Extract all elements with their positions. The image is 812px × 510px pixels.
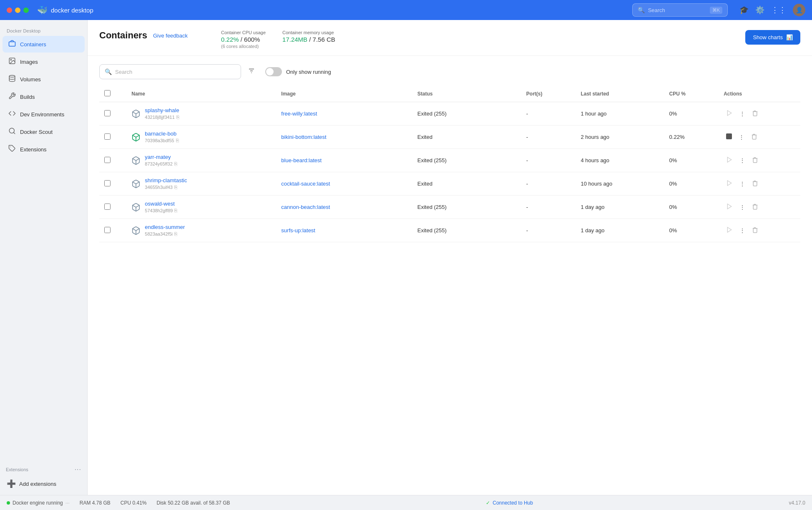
filter-button[interactable]	[246, 65, 257, 78]
titlebar-actions: 🎓 ⚙️ ⋮⋮ 👤	[739, 4, 805, 16]
row-checkbox-5[interactable]	[104, 227, 111, 233]
svg-point-3	[9, 75, 15, 78]
more-button-4[interactable]: ⋮	[737, 202, 748, 212]
extensions-label: Extensions	[20, 146, 47, 153]
add-extensions-label: Add extensions	[19, 481, 56, 487]
row-checkbox-1[interactable]	[104, 133, 111, 140]
engine-more-button[interactable]: ···	[65, 500, 70, 506]
start-button-3[interactable]	[724, 178, 735, 189]
sidebar-item-containers[interactable]: Containers	[3, 36, 85, 53]
row-checkbox-3[interactable]	[104, 180, 111, 186]
feedback-link[interactable]: Give feedback	[153, 33, 188, 39]
cpu-label: CPU 0.41%	[121, 500, 147, 506]
engine-status-dot	[7, 501, 10, 505]
maximize-button[interactable]	[23, 8, 29, 13]
extensions-section: Extensions ··· ➕ Add extensions	[0, 461, 87, 495]
select-all-checkbox[interactable]	[104, 90, 111, 96]
image-link-0[interactable]: free-willy:latest	[281, 111, 317, 117]
close-button[interactable]	[7, 8, 12, 13]
container-icon-5	[131, 226, 141, 235]
image-link-1[interactable]: bikini-bottom:latest	[281, 134, 326, 140]
start-button-0[interactable]	[724, 108, 735, 119]
delete-button-5[interactable]	[749, 225, 761, 236]
copy-id-button-3[interactable]: ⎘	[174, 184, 177, 190]
start-button-4[interactable]	[724, 201, 735, 213]
sidebar-item-docker-scout[interactable]: Docker Scout	[3, 123, 85, 140]
running-toggle[interactable]	[265, 67, 282, 76]
container-icon-4	[131, 203, 141, 212]
image-link-5[interactable]: surfs-up:latest	[281, 227, 315, 234]
more-button-0[interactable]: ⋮	[737, 109, 748, 119]
svg-point-2	[10, 59, 11, 60]
image-link-4[interactable]: cannon-beach:latest	[281, 204, 330, 210]
row-checkbox-0[interactable]	[104, 110, 111, 116]
sidebar-item-builds[interactable]: Builds	[3, 88, 85, 105]
container-id-1: 70398a3bdf55	[145, 138, 174, 143]
start-button-5[interactable]	[724, 225, 735, 236]
row-checkbox-4[interactable]	[104, 203, 111, 210]
delete-button-3[interactable]	[749, 178, 761, 189]
row-name-cell: endless-summer 5823aa342f5i ⎘	[126, 219, 276, 242]
copy-id-button-1[interactable]: ⎘	[176, 138, 179, 143]
row-image-cell: bikini-bottom:latest	[276, 126, 412, 149]
row-last-started-cell: 1 day ago	[576, 196, 664, 219]
titlebar-search[interactable]: 🔍 ⌘K	[632, 3, 728, 17]
svg-line-5	[13, 132, 15, 133]
cpu-metric-label: Container CPU usage	[221, 30, 266, 35]
more-button-5[interactable]: ⋮	[737, 226, 748, 236]
delete-button-2[interactable]	[749, 155, 761, 166]
settings-icon[interactable]: ⚙️	[755, 5, 764, 15]
search-box[interactable]: 🔍	[99, 64, 241, 79]
connected-label[interactable]: Connected to Hub	[493, 500, 533, 506]
trash-icon-3	[752, 180, 758, 186]
image-link-3[interactable]: cocktail-sauce:latest	[281, 181, 330, 187]
svg-marker-18	[727, 204, 731, 209]
container-name-link-1[interactable]: barnacle-bob	[145, 131, 178, 137]
row-ports-cell: -	[521, 196, 576, 219]
grid-icon[interactable]: ⋮⋮	[771, 5, 786, 15]
image-link-2[interactable]: blue-beard:latest	[281, 157, 322, 163]
copy-id-button-0[interactable]: ⎘	[176, 114, 179, 120]
avatar[interactable]: 👤	[793, 4, 805, 16]
delete-button-1[interactable]	[749, 132, 760, 143]
show-charts-button[interactable]: Show charts 📊	[745, 30, 800, 45]
sidebar-item-extensions[interactable]: Extensions	[3, 141, 85, 158]
sidebar-item-volumes[interactable]: Volumes	[3, 71, 85, 88]
more-button-1[interactable]: ⋮	[736, 132, 747, 142]
statusbar: Docker engine running ··· RAM 4.78 GB CP…	[0, 495, 812, 510]
content-header: Containers Give feedback Container CPU u…	[88, 20, 812, 56]
add-extensions-button[interactable]: ➕ Add extensions	[3, 476, 85, 492]
copy-id-button-5[interactable]: ⎘	[174, 231, 177, 237]
start-button-2[interactable]	[724, 155, 735, 166]
toggle-label: Only show running	[286, 69, 331, 75]
container-name-link-2[interactable]: yarr-matey	[145, 154, 177, 160]
delete-button-4[interactable]	[749, 202, 761, 213]
connected-check-icon: ✓	[486, 500, 490, 506]
more-button-2[interactable]: ⋮	[737, 156, 748, 166]
learn-icon[interactable]: 🎓	[739, 5, 749, 15]
sidebar-item-images[interactable]: Images	[3, 53, 85, 70]
stop-button-1[interactable]	[724, 132, 734, 142]
container-name-link-5[interactable]: endless-summer	[145, 224, 185, 230]
row-last-started-cell: 4 hours ago	[576, 149, 664, 172]
minimize-button[interactable]	[15, 8, 20, 13]
docker-scout-label: Docker Scout	[20, 129, 53, 135]
row-ports-cell: -	[521, 126, 576, 149]
container-name-link-4[interactable]: oswald-west	[145, 201, 177, 207]
row-last-started-cell: 1 hour ago	[576, 102, 664, 126]
extensions-more-button[interactable]: ···	[75, 466, 81, 473]
trash-icon-1	[751, 133, 757, 140]
sidebar-item-dev-environments[interactable]: Dev Environments	[3, 106, 85, 123]
version-label: v4.17.0	[789, 500, 805, 506]
copy-id-button-4[interactable]: ⎘	[174, 208, 177, 214]
more-button-3[interactable]: ⋮	[737, 179, 748, 189]
copy-id-button-2[interactable]: ⎘	[174, 161, 177, 167]
row-checkbox-2[interactable]	[104, 157, 111, 163]
container-name-link-3[interactable]: shrimp-clamtastic	[145, 177, 187, 183]
search-input[interactable]	[115, 69, 236, 75]
container-name-link-0[interactable]: splashy-whale	[145, 107, 179, 113]
global-search-input[interactable]	[648, 7, 706, 13]
extensions-header: Extensions ···	[3, 464, 85, 476]
delete-button-0[interactable]	[749, 108, 761, 119]
row-cpu-cell: 0.22%	[664, 126, 719, 149]
